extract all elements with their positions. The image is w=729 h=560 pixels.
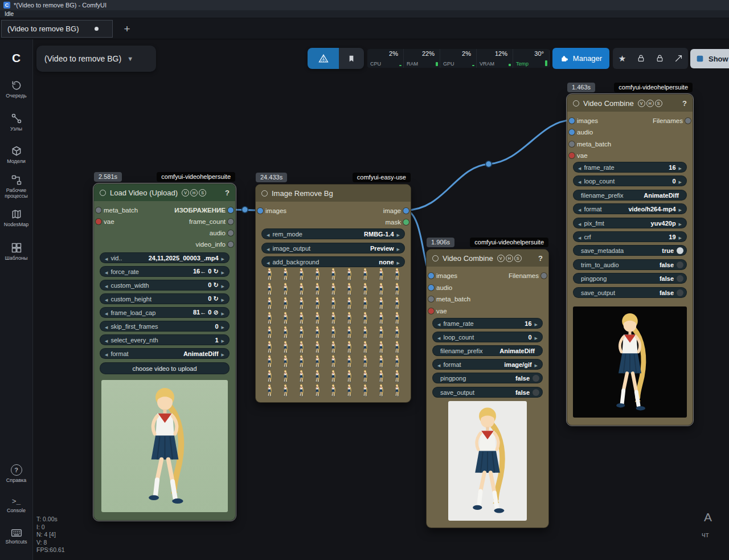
star-button[interactable] xyxy=(613,48,632,69)
node-help-icon[interactable] xyxy=(225,189,230,197)
output-port-mask[interactable] xyxy=(403,219,409,225)
widget-save-output[interactable]: save_output false xyxy=(573,287,687,298)
widget-select-every-nth[interactable]: select_every_nth 1 xyxy=(100,334,230,345)
bookmark-button[interactable] xyxy=(339,48,364,69)
node-video-combine-gif[interactable]: 1.906s comfyui-videohelpersuite Video Co… xyxy=(426,249,549,528)
widget-custom-height[interactable]: custom_height 0 ↻ xyxy=(100,293,230,304)
widget-frame-load-cap[interactable]: frame_load_cap 81← 0 ⊘ xyxy=(100,307,230,318)
clipped-text: А xyxy=(704,510,712,524)
widget-trim-to-audio[interactable]: trim_to_audio false xyxy=(573,259,687,270)
widget-skip-first-frames[interactable]: skip_first_frames 0 xyxy=(100,321,230,332)
widget-pingpong[interactable]: pingpong false xyxy=(573,273,687,284)
input-port-images[interactable] xyxy=(569,118,575,124)
output-port-filenames[interactable] xyxy=(541,273,547,279)
node-header[interactable]: Load Video (Upload) VHS xyxy=(94,184,235,201)
output-port-filenames[interactable] xyxy=(685,118,691,124)
output-port-video-info[interactable] xyxy=(228,242,234,247)
workflow-selector[interactable]: (Video to remove BG) xyxy=(36,46,156,72)
templates-icon xyxy=(11,242,22,254)
widget-add-background[interactable]: add_background none xyxy=(261,256,405,267)
output-port-frame-count[interactable] xyxy=(228,219,234,224)
node-image-remove-bg[interactable]: 24.433s comfyui-easy-use Image Remove Bg… xyxy=(255,184,411,403)
widget-image-output[interactable]: image_output Preview xyxy=(261,243,405,254)
widget-loop-count[interactable]: loop_count 0 xyxy=(573,175,687,186)
new-tab-button[interactable]: + xyxy=(118,20,136,38)
lock-button[interactable] xyxy=(632,48,650,69)
widget-rem-mode[interactable]: rem_mode RMBG-1.4 xyxy=(261,228,405,239)
tab-active-workflow[interactable]: (Video to remove BG) xyxy=(1,20,113,38)
input-port-audio[interactable] xyxy=(428,285,434,291)
node-load-video-upload[interactable]: 2.581s comfyui-videohelpersuite Load Vid… xyxy=(93,183,236,521)
lock-all-button[interactable] xyxy=(650,48,669,69)
input-port-vae[interactable] xyxy=(96,219,101,224)
widget-format[interactable]: format video/h264-mp4 xyxy=(573,203,687,214)
sidebar-item-templates[interactable]: Шаблоны xyxy=(0,242,32,261)
io-row: meta_batch xyxy=(567,138,693,150)
show-button[interactable]: Show xyxy=(690,49,729,68)
widget-format[interactable]: format AnimateDiff xyxy=(100,348,230,359)
collapse-dot[interactable] xyxy=(100,190,106,196)
widget-force-rate[interactable]: force_rate 16← 0 ↻ xyxy=(100,266,230,277)
sidebar-item-workflows[interactable]: Рабочие процессы xyxy=(0,174,32,199)
system-stats: 2% CPU 22% RAM 2% GPU 12% VRAM 30° Temp xyxy=(367,49,550,68)
sidebar-item-shortcuts[interactable]: Shortcuts xyxy=(0,529,32,545)
toggle-knob[interactable] xyxy=(677,261,683,268)
node-header[interactable]: Image Remove Bg xyxy=(256,185,411,202)
usage-bar xyxy=(436,62,438,66)
input-port-meta-batch[interactable] xyxy=(96,207,101,213)
widget-loop-count[interactable]: loop_count 0 xyxy=(432,332,543,342)
node-help-icon[interactable] xyxy=(538,254,543,263)
queue-prompt-button[interactable] xyxy=(308,48,339,69)
widget-format[interactable]: format image/gif xyxy=(432,359,543,370)
widget-pix-fmt[interactable]: pix_fmt yuv420p xyxy=(573,218,687,228)
node-title: Image Remove Bg xyxy=(272,189,333,198)
manager-button[interactable]: Manager xyxy=(552,48,609,69)
sidebar-item-queue[interactable]: Очередь xyxy=(0,80,32,99)
widget-save-output[interactable]: save_output false xyxy=(432,387,543,398)
toggle-knob[interactable] xyxy=(677,247,683,254)
input-port-images[interactable] xyxy=(257,208,263,214)
sidebar-item-nodes[interactable]: Узлы xyxy=(0,113,32,132)
io-row: images Filenames xyxy=(427,270,548,281)
reroute-dot[interactable] xyxy=(242,207,248,213)
collapse-dot[interactable] xyxy=(432,255,439,261)
console-icon xyxy=(0,497,32,506)
unsaved-indicator-dot xyxy=(95,27,99,31)
output-port-image[interactable] xyxy=(228,207,234,213)
widget-custom-width[interactable]: custom_width 0 ↻ xyxy=(100,280,230,291)
widget-save-metadata[interactable]: save_metadata true xyxy=(573,245,687,256)
widget-crf[interactable]: crf 19 xyxy=(573,231,687,242)
collapse-dot[interactable] xyxy=(261,190,268,197)
sidebar-item-nodesmap[interactable]: NodesMap xyxy=(0,209,32,227)
output-port-audio[interactable] xyxy=(228,230,234,236)
stat-vram: 12% VRAM xyxy=(477,49,513,68)
input-port-audio[interactable] xyxy=(569,129,575,135)
node-header[interactable]: Video Combine VHS xyxy=(567,95,693,112)
share-button[interactable] xyxy=(669,48,688,69)
widget-filename-prefix[interactable]: filename_prefix AnimateDiff xyxy=(432,345,543,356)
toggle-knob[interactable] xyxy=(533,389,539,396)
toggle-knob[interactable] xyxy=(677,289,683,296)
input-port-vae[interactable] xyxy=(569,153,575,158)
input-port-meta-batch[interactable] xyxy=(428,296,434,302)
toggle-knob[interactable] xyxy=(533,375,539,382)
collapse-dot[interactable] xyxy=(573,100,579,107)
widget-frame-rate[interactable]: frame_rate 16 xyxy=(432,318,543,329)
node-help-icon[interactable] xyxy=(682,99,687,108)
node-header[interactable]: Video Combine VHS xyxy=(427,250,548,267)
widget-frame-rate[interactable]: frame_rate 16 xyxy=(573,162,687,173)
choose-video-upload-button[interactable]: choose video to upload xyxy=(100,362,230,374)
reroute-dot[interactable] xyxy=(486,161,492,167)
widget-pingpong[interactable]: pingpong false xyxy=(432,373,543,383)
node-video-combine-mp4[interactable]: 1.463s comfyui-videohelpersuite Video Co… xyxy=(567,94,693,426)
widget-filename-prefix[interactable]: filename_prefix AnimateDiff xyxy=(573,190,687,201)
input-port-images[interactable] xyxy=(428,273,434,279)
sidebar-item-console[interactable]: Console xyxy=(0,497,32,513)
sidebar-item-help[interactable]: Справка xyxy=(0,464,32,483)
input-port-vae[interactable] xyxy=(428,308,434,314)
output-port-image[interactable] xyxy=(403,208,409,214)
input-port-meta-batch[interactable] xyxy=(569,141,575,147)
toggle-knob[interactable] xyxy=(677,275,683,282)
widget-video-file[interactable]: vid.. 24,11,2025_00003_.mp4 xyxy=(100,252,230,263)
sidebar-item-models[interactable]: Модели xyxy=(0,145,32,164)
